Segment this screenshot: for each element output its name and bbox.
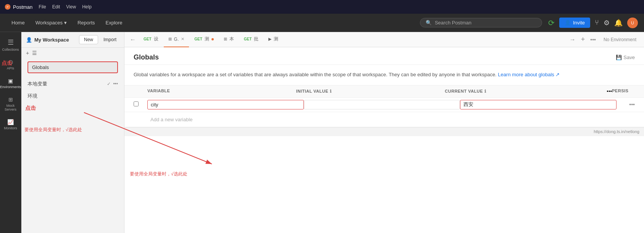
unsaved-dot: [211, 38, 214, 40]
tab-add-button[interactable]: +: [579, 34, 588, 45]
sidebar-item-environments[interactable]: ▣ Environments: [1, 75, 21, 92]
app-logo: P Postman: [5, 4, 32, 10]
env-item-environment[interactable]: 环境: [21, 90, 124, 102]
initial-info-icon: ℹ: [330, 89, 332, 94]
status-url: https://dong.ts.in/netlong: [594, 129, 639, 134]
titlebar: P Postman File Edit View Help: [0, 0, 644, 14]
sidebar-item-collections[interactable]: ☰ Collections: [1, 35, 21, 55]
left-panel-toolbar: + ☰: [21, 48, 124, 58]
add-icon[interactable]: +: [26, 50, 29, 56]
main-layout: ☰ Collections ⬡ APIs ▣ Environments ⊞ Mo…: [0, 32, 644, 233]
col-check-header: [134, 88, 147, 94]
environments-icon: ▣: [8, 78, 13, 84]
col-initial-header: INITIAL VALUE ℹ: [296, 88, 445, 94]
row-check-cell: [134, 101, 147, 108]
sync-icon: ⟳: [548, 18, 555, 27]
menu-edit[interactable]: Edit: [52, 4, 60, 10]
col-persist-header: Persis: [612, 88, 635, 94]
menu-view[interactable]: View: [66, 4, 76, 10]
nav-explore[interactable]: Explore: [100, 14, 128, 32]
search-icon: 🔍: [426, 20, 432, 26]
tab-close-button[interactable]: ✕: [181, 37, 184, 42]
nav-reports[interactable]: Reports: [72, 14, 100, 32]
content-header: Globals 💾 Save: [124, 47, 644, 65]
tab-label: 测: [205, 36, 209, 42]
env-item-locals[interactable]: 本地变量 ✓ •••: [21, 78, 124, 90]
col-variable-header: VARIABLE: [147, 88, 296, 94]
env-list: 本地变量 ✓ ••• 环境: [21, 76, 124, 104]
variable-input[interactable]: [147, 100, 304, 109]
tab-forward-button[interactable]: →: [567, 35, 578, 45]
tab-more-button[interactable]: •••: [588, 35, 598, 44]
sidebar-item-label: Environments: [0, 85, 21, 89]
nav-workspaces[interactable]: Workspaces ▾: [30, 14, 72, 32]
tab-request-3[interactable]: GET 批: [239, 32, 263, 47]
tab-back-button[interactable]: ←: [128, 35, 138, 45]
left-panel-header: 👤 My Workspace New Import: [21, 32, 124, 48]
save-button[interactable]: 💾 Save: [616, 55, 635, 60]
menu-file[interactable]: File: [39, 4, 46, 10]
tab-label: 本: [229, 36, 234, 42]
tab-request-1[interactable]: GET 设: [139, 32, 163, 47]
variable-cell: [147, 100, 304, 109]
sidebar-item-label: Collections: [2, 48, 19, 51]
menu-help[interactable]: Help: [82, 4, 92, 10]
row-more-button[interactable]: •••: [617, 101, 635, 108]
initial-value-input[interactable]: [304, 100, 460, 109]
tab-label: G.: [174, 37, 179, 42]
new-button[interactable]: New: [79, 35, 98, 44]
settings-icon[interactable]: ⚙: [604, 19, 610, 27]
search-placeholder: Search Postman: [435, 20, 471, 26]
tab-label: 批: [254, 36, 258, 42]
sidebar-item-label: APIs: [7, 66, 14, 70]
filter-icon[interactable]: ☰: [32, 50, 37, 56]
more-icon[interactable]: •••: [113, 81, 118, 87]
learn-more-link[interactable]: Learn more about globals ↗: [498, 72, 560, 77]
click-annotation: 点击: [2, 60, 12, 67]
bell-icon[interactable]: 🔔: [614, 19, 623, 27]
use-global-annotation: 要使用全局变量时，√选此处: [130, 171, 187, 177]
fork-icon[interactable]: ⑂: [595, 19, 599, 27]
tab-method: GET: [244, 37, 252, 41]
header-buttons: New Import: [79, 35, 119, 44]
add-variable-row[interactable]: Add a new variable: [124, 112, 644, 127]
app-name: Postman: [13, 4, 32, 10]
row-checkbox[interactable]: [134, 101, 139, 106]
col-current-header: CURRENT VALUE ℹ: [445, 88, 594, 94]
add-variable-placeholder: Add a new variable: [147, 115, 635, 124]
tab-script[interactable]: ⊞ 本: [219, 32, 239, 47]
globals-item[interactable]: Globals: [27, 61, 118, 73]
initial-value-cell: [304, 100, 460, 109]
current-info-icon: ℹ: [484, 89, 486, 94]
content-title: Globals: [134, 53, 159, 61]
invite-button[interactable]: 👤 Invite: [559, 18, 590, 28]
search-bar[interactable]: 🔍 Search Postman: [420, 18, 542, 27]
run-icon: ▶: [268, 37, 271, 42]
table-row: •••: [124, 98, 644, 112]
svg-text:P: P: [7, 6, 9, 8]
import-button[interactable]: Import: [100, 35, 119, 44]
table-header: VARIABLE INITIAL VALUE ℹ CURRENT VALUE ℹ…: [124, 85, 644, 98]
status-bar: https://dong.ts.in/netlong: [124, 127, 644, 136]
tab-method: GET: [194, 37, 202, 41]
tab-request-2[interactable]: GET 测: [190, 32, 218, 47]
tab-globals[interactable]: ⊞ G. ✕: [164, 32, 189, 47]
left-panel: 👤 My Workspace New Import + ☰ Globals 点击: [21, 32, 124, 233]
save-icon: 💾: [616, 55, 622, 60]
postman-logo-icon: P: [5, 4, 11, 10]
mock-servers-icon: ⊞: [8, 96, 13, 103]
current-value-cell: [460, 100, 617, 109]
workspace-title: 👤 My Workspace: [26, 37, 69, 43]
avatar[interactable]: U: [627, 18, 638, 28]
variables-table: VARIABLE INITIAL VALUE ℹ CURRENT VALUE ℹ…: [124, 85, 644, 127]
current-value-input[interactable]: [460, 100, 617, 109]
nav-home[interactable]: Home: [6, 14, 30, 32]
sidebar-item-mock-servers[interactable]: ⊞ Mock Servers: [1, 93, 21, 114]
col-more-header: •••: [594, 88, 612, 94]
sidebar-item-monitors[interactable]: 📈 Monitors: [1, 116, 21, 133]
tab-bar: ← GET 设 ⊞ G. ✕ GET 测 ⊞ 本: [124, 32, 644, 47]
workspaces-chevron-icon: ▾: [64, 20, 67, 26]
no-environment: No Environment: [599, 37, 641, 42]
tab-run[interactable]: ▶ 测: [264, 32, 283, 47]
nav-right: ⟳ 👤 Invite ⑂ ⚙ 🔔 U: [548, 18, 638, 28]
